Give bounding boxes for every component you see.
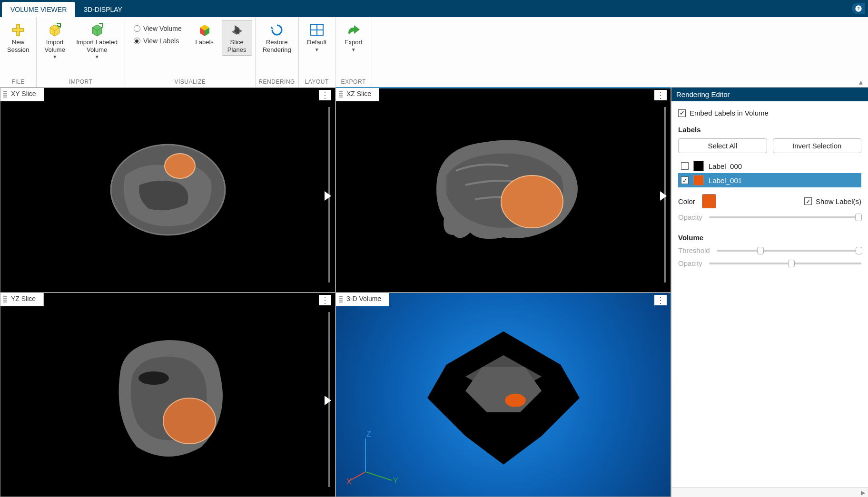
import-volume-button[interactable]: Import Volume ▼ [39,20,70,62]
ribbon-group-label-rendering: RENDERING [256,77,298,87]
view-volume-radio[interactable]: View Volume [134,25,182,32]
view-labels-radio-label: View Labels [143,37,179,45]
plus-icon [10,22,27,38]
label-item-1[interactable]: Label_001 [678,173,861,187]
axis-gizmo: Z X Y [346,429,404,486]
checkbox-icon [681,176,689,184]
panel-title-yz: YZ Slice [0,293,44,306]
chevron-down-icon: ▼ [351,47,356,52]
help-icon: ? [855,5,862,12]
restore-rendering-label: Restore Rendering [263,39,291,53]
side-panel-footer: ▶ [671,487,868,497]
axis-x-label: X [346,478,352,486]
panel-menu-button[interactable]: ⋮ [654,90,667,100]
panel-3d-volume[interactable]: 3-D Volume ⋮ Z X Y [335,292,671,497]
chevron-down-icon: ▼ [52,54,57,59]
resize-grip-icon[interactable]: ▶ [861,489,865,496]
color-swatch [693,161,704,171]
panel-yz-slice[interactable]: YZ Slice ⋮ [0,292,335,497]
panel-xy-slice[interactable]: XY Slice ⋮ [0,88,335,292]
rendering-editor-title: Rendering Editor [671,88,868,101]
ribbon-collapse-button[interactable]: ▴ [857,78,865,85]
ribbon-group-label-visualize: VISUALIZE [125,77,255,87]
panel-menu-button[interactable]: ⋮ [319,90,331,100]
slice-planes-icon [228,22,246,38]
restore-icon [268,22,286,38]
volume-threshold-slider[interactable] [717,250,861,252]
labels-label: Labels [196,39,214,46]
default-layout-label: Default [307,39,326,46]
export-arrow-icon [345,22,362,38]
color-well[interactable] [702,194,716,208]
export-label: Export [345,39,363,46]
cube-import-icon [46,22,63,38]
new-session-button[interactable]: New Session [3,20,33,56]
label-item-0[interactable]: Label_000 [678,159,861,173]
panel-title-xy: XY Slice [0,88,44,101]
restore-rendering-button[interactable]: Restore Rendering [258,20,296,56]
invert-selection-button[interactable]: Invert Selection [773,138,862,153]
show-labels-checkbox[interactable]: Show Label(s) [816,197,861,205]
help-button[interactable]: ? [852,3,865,14]
embed-labels-label: Embed Labels in Volume [690,109,769,117]
brain-yz-image [92,323,244,466]
panel-menu-button[interactable]: ⋮ [654,295,667,305]
radio-icon [134,38,140,44]
new-session-label: New Session [7,39,29,53]
panel-xz-slice[interactable]: XZ Slice ⋮ [335,88,671,292]
import-volume-label: Import Volume [45,39,65,53]
volume-opacity-slider[interactable] [709,263,861,264]
color-swatch [693,175,704,185]
svg-point-18 [505,394,526,407]
volume-3d-render [399,317,608,479]
svg-line-21 [365,472,392,480]
checkbox-icon [681,162,689,170]
svg-point-11 [138,371,169,385]
slice-slider[interactable] [664,107,666,283]
panel-title-3d: 3-D Volume [336,293,389,306]
default-layout-button[interactable]: Default ▼ [302,20,332,55]
axis-y-label: Y [393,477,398,485]
panel-title-xz: XZ Slice [336,88,379,101]
checkbox-icon [678,109,686,117]
slice-planes-button[interactable]: Slice Planes [222,20,252,56]
slice-slider[interactable] [328,312,330,487]
volume-threshold-label: Threshold [678,246,710,254]
ribbon-toolbar: New Session FILE Import Volume ▼ Import … [0,17,868,88]
labels-section-header: Labels [678,126,861,134]
tab-3d-display[interactable]: 3D-DISPLAY [75,2,131,17]
chevron-down-icon: ▼ [315,47,319,52]
cube-labeled-import-icon [89,22,106,38]
panel-menu-button[interactable]: ⋮ [319,295,331,305]
labels-button[interactable]: Labels [189,20,220,49]
label-list: Label_000 Label_001 [678,159,861,187]
radio-icon [134,25,140,32]
export-button[interactable]: Export ▼ [338,20,369,55]
select-all-button[interactable]: Select All [678,138,767,153]
color-label: Color [678,197,695,205]
volume-section-header: Volume [678,234,861,242]
svg-line-20 [350,472,365,480]
view-grid: XY Slice ⋮ XZ Slice ⋮ [0,88,671,497]
label-opacity-label: Opacity [678,213,702,221]
ribbon-group-layout: Default ▼ LAYOUT [299,17,335,87]
ribbon-group-rendering: Restore Rendering RENDERING [256,17,299,87]
ribbon-group-export: Export ▼ EXPORT [335,17,372,87]
ribbon-group-label-file: FILE [0,77,36,87]
ribbon-group-visualize: View Volume View Labels Labels Slice Pla… [125,17,256,87]
chevron-down-icon: ▼ [95,54,99,59]
rendering-editor-panel: Rendering Editor Embed Labels in Volume … [671,88,868,497]
ribbon-group-label-import: IMPORT [37,77,125,87]
label-item-name: Label_001 [709,176,742,185]
slice-planes-label: Slice Planes [227,39,247,53]
tab-strip: VOLUME VIEWER 3D-DISPLAY ? [0,0,868,17]
workspace: XY Slice ⋮ XZ Slice ⋮ [0,88,868,497]
label-item-name: Label_000 [709,162,742,170]
label-opacity-slider[interactable] [709,216,861,218]
view-labels-radio[interactable]: View Labels [134,37,182,45]
slice-slider[interactable] [328,107,330,283]
checkbox-icon [804,197,812,205]
import-labeled-volume-button[interactable]: Import Labeled Volume ▼ [72,20,122,62]
tab-volume-viewer[interactable]: VOLUME VIEWER [2,2,75,17]
embed-labels-checkbox[interactable]: Embed Labels in Volume [678,109,861,117]
